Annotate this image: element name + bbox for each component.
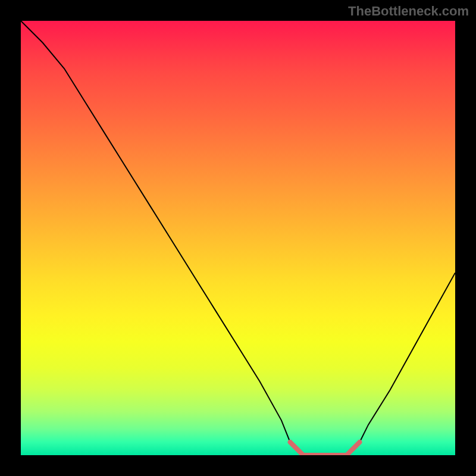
curve-svg — [21, 21, 455, 455]
watermark-text: TheBottleneck.com — [348, 4, 469, 19]
optimal-zone-highlight — [290, 442, 360, 455]
plot-area — [21, 21, 455, 455]
bottleneck-curve — [21, 21, 455, 455]
